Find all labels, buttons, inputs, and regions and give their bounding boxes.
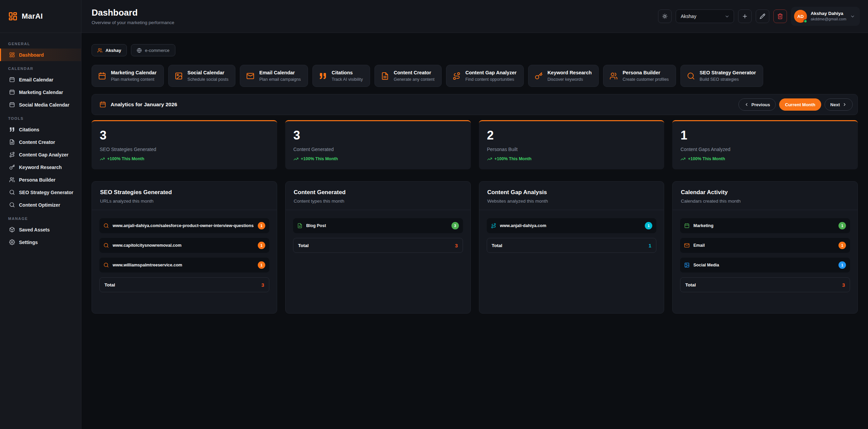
sidebar-item-label: Marketing Calendar [19,90,63,95]
stat-trend: +100% This Month [293,156,463,162]
tool-card-keyword-research[interactable]: Keyword ResearchDiscover keywords [528,65,599,87]
sidebar-item-content-creator[interactable]: Content Creator [0,136,81,148]
total-label: Total [492,243,502,248]
sidebar-item-content-gap-analyzer[interactable]: Content Gap Analyzer [0,148,81,161]
tool-card-citations[interactable]: CitationsTrack AI visibility [312,65,370,87]
panel-subtitle: Calendars created this month [681,199,849,204]
main-area: Dashboard Overview of your marketing per… [81,0,868,429]
list-item-marketing[interactable]: Marketing1 [680,218,850,233]
panel-header: Calendar ActivityCalendars created this … [673,182,857,210]
current-month-button[interactable]: Current Month [779,98,821,111]
trend-up-icon [487,156,492,162]
tool-card-subtitle: Plan email campaigns [259,77,301,82]
delete-profile-button[interactable] [773,10,787,23]
tool-card-persona-builder[interactable]: Persona BuilderCreate customer profiles [603,65,676,87]
filter-chip-label: e-commerce [145,48,169,53]
panel-header: Content GeneratedContent types this mont… [286,182,470,210]
total-value: 3 [842,282,845,288]
list-item-social-media[interactable]: Social Media1 [680,258,850,273]
stat-trend: +100% This Month [487,156,656,162]
tool-card-title: Persona Builder [622,70,669,75]
list-item-label: Blog Post [306,223,448,228]
tool-card-text: Keyword ResearchDiscover keywords [547,70,592,82]
file-text-icon [297,223,303,228]
panel-title: Content Generated [294,189,462,196]
sidebar-item-label: Settings [19,240,38,245]
stat-card-seo-strategies-generated: 3SEO Strategies Generated+100% This Mont… [92,120,277,169]
filter-chip-akshay[interactable]: Akshay [92,44,127,56]
next-month-button[interactable]: Next [825,98,853,111]
sidebar-item-settings[interactable]: Settings [0,236,81,248]
stat-label: Content Generated [293,147,463,152]
tool-cards-row: Marketing CalendarPlan marketing content… [92,65,858,87]
panel-title: SEO Strategies Generated [100,189,269,196]
tool-card-content-gap-analyzer[interactable]: Content Gap AnalyzerFind content opportu… [446,65,524,87]
filter-chips: Akshaye-commerce [92,44,858,56]
tool-card-marketing-calendar[interactable]: Marketing CalendarPlan marketing content [92,65,164,87]
sidebar-item-email-calendar[interactable]: Email Calendar [0,73,81,86]
gear-icon [9,239,15,245]
sidebar-item-citations[interactable]: Citations [0,123,81,136]
logo[interactable]: MarAI [0,0,81,33]
previous-month-button[interactable]: Previous [738,98,776,111]
sidebar-item-marketing-calendar[interactable]: Marketing Calendar [0,86,81,98]
sidebar-item-keyword-research[interactable]: Keyword Research [0,161,81,173]
nav-section-label-calendar: CALENDAR [0,61,81,73]
list-item-label: Social Media [693,263,835,267]
sidebar-item-seo-strategy-generator[interactable]: SEO Strategy Generator [0,186,81,199]
add-profile-button[interactable] [738,10,752,23]
total-label: Total [298,243,309,248]
list-item-www-anjali-dahiya-com[interactable]: www.anjali-dahiya.com1 [487,218,657,233]
tool-card-social-calendar[interactable]: Social CalendarSchedule social posts [168,65,236,87]
header-actions: Akshay AD Aksh [658,7,860,26]
sidebar-item-label: Dashboard [19,52,44,58]
tool-card-email-calendar[interactable]: Email CalendarPlan email campaigns [240,65,308,87]
list-item-email[interactable]: Email1 [680,238,850,253]
stat-label: Personas Built [487,147,656,152]
mail-icon [684,243,690,248]
filter-chip-e-commerce[interactable]: e-commerce [131,44,175,56]
users-icon [610,72,618,80]
total-label: Total [104,282,115,287]
analytics-header: Analytics for January 2026 [99,101,177,108]
list-item-www-capitolcitysnowremoval-com[interactable]: www.capitolcitysnowremoval.com1 [99,238,269,253]
list-item-www-williamspalmtreeservice-com[interactable]: www.williamspalmtreeservice.com1 [99,258,269,273]
quote-icon [9,127,15,132]
stat-trend-text: +100% This Month [107,156,144,161]
panel-seo-strategies-generated: SEO Strategies GeneratedURLs analyzed th… [92,181,277,314]
edit-profile-button[interactable] [756,10,769,23]
theme-toggle-button[interactable] [658,10,672,23]
list-item-www-anjali-dahiya-com-salesforce-product-owner-interview-questions[interactable]: www.anjali-dahiya.com/salesforce-product… [99,218,269,233]
chevron-down-icon [850,14,855,19]
panel-body: Marketing1Email1Social Media1Total3 [673,210,857,300]
tool-card-text: CitationsTrack AI visibility [332,70,363,82]
tool-card-seo-strategy-generator[interactable]: SEO Strategy GeneratorBuild SEO strategi… [680,65,763,87]
tool-card-text: Content CreatorGenerate any content [394,70,435,82]
stat-label: SEO Strategies Generated [100,147,269,152]
sidebar-item-dashboard[interactable]: Dashboard [0,49,81,61]
count-badge: 1 [838,222,846,229]
sidebar-item-social-media-calendar[interactable]: Social Media Calendar [0,98,81,111]
sidebar-item-label: SEO Strategy Generator [19,190,73,195]
sidebar-item-saved-assets[interactable]: Saved Assets [0,223,81,236]
chevron-down-icon [725,14,730,19]
search-icon [9,189,15,195]
stat-trend: +100% This Month [680,156,850,162]
list-item-blog-post[interactable]: Blog Post3 [293,218,463,233]
package-icon [9,227,15,232]
profile-select[interactable]: Akshay [676,10,734,23]
tool-card-content-creator[interactable]: Content CreatorGenerate any content [374,65,442,87]
nav-section-label-manage: MANAGE [0,211,81,223]
search-icon [687,72,695,80]
stat-card-content-gaps-analyzed: 1Content Gaps Analyzed+100% This Month [672,120,858,169]
sidebar-item-content-optimizer[interactable]: Content Optimizer [0,199,81,211]
count-badge: 1 [838,242,846,249]
panel-subtitle: URLs analyzed this month [100,199,269,204]
user-menu[interactable]: AD Akshay Dahiya akddme@gmail.com [791,7,860,26]
sidebar-item-label: Citations [19,127,39,132]
current-month-label: Current Month [785,102,815,107]
panel-body: Blog Post3Total3 [286,210,470,261]
sidebar-item-persona-builder[interactable]: Persona Builder [0,173,81,186]
tool-card-title: Citations [332,70,363,75]
month-navigation: Previous Current Month Next [738,98,853,111]
